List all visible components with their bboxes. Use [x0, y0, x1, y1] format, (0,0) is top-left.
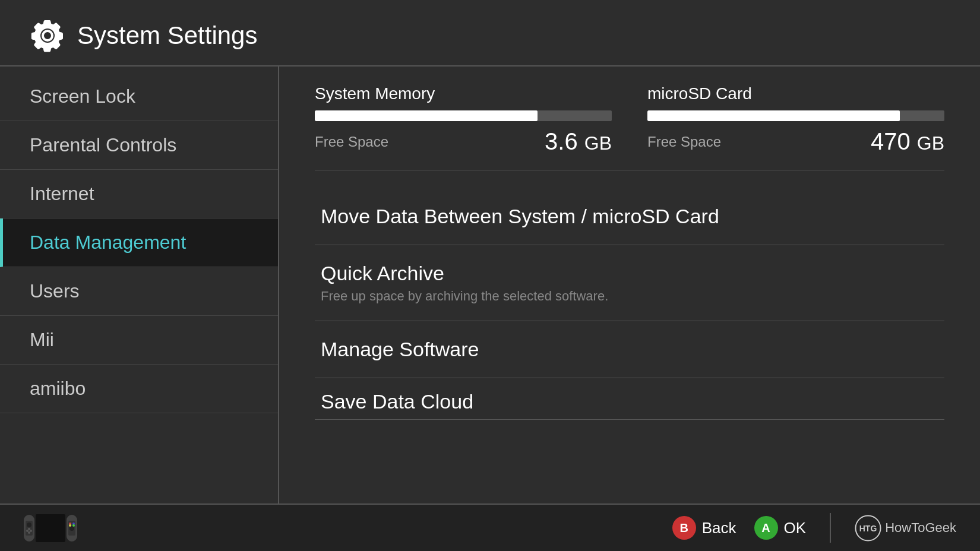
svg-rect-8: [36, 514, 65, 542]
system-memory-value: 3.6 GB: [545, 128, 612, 155]
microsd-bar-fill: [647, 110, 900, 121]
svg-point-3: [26, 530, 29, 532]
sidebar: Screen Lock Parental Controls Internet D…: [0, 66, 279, 505]
sidebar-item-users[interactable]: Users: [0, 267, 278, 316]
settings-gear-icon: [30, 18, 65, 53]
sidebar-item-label: Data Management: [30, 232, 186, 253]
microsd-value: 470 GB: [871, 128, 944, 155]
sidebar-item-label: Screen Lock: [30, 86, 135, 107]
move-data-title: Move Data Between System / microSD Card: [321, 205, 938, 228]
system-memory-bar: [315, 110, 612, 121]
sidebar-item-label: Parental Controls: [30, 134, 176, 156]
sidebar-item-label: Users: [30, 280, 80, 302]
sidebar-item-internet[interactable]: Internet: [0, 170, 278, 218]
content-area: System Memory Free Space 3.6 GB microSD …: [279, 66, 980, 505]
microsd-label: Free Space: [647, 134, 721, 150]
sidebar-item-amiibo[interactable]: amiibo: [0, 365, 278, 413]
back-button[interactable]: B Back: [672, 516, 736, 540]
menu-item-manage-software[interactable]: Manage Software: [315, 321, 944, 378]
system-memory-info: Free Space 3.6 GB: [315, 128, 612, 155]
footer: B Back A OK HTG HowToGeek: [0, 504, 980, 551]
sidebar-item-label: amiibo: [30, 378, 86, 399]
howtogeek-branding: HTG HowToGeek: [855, 515, 956, 542]
page-header: System Settings: [0, 0, 980, 66]
sidebar-item-parental-controls[interactable]: Parental Controls: [0, 121, 278, 170]
microsd-bar: [647, 110, 944, 121]
main-layout: Screen Lock Parental Controls Internet D…: [0, 66, 980, 505]
svg-point-5: [28, 528, 30, 530]
howtogeek-text: HowToGeek: [885, 520, 956, 536]
menu-item-move-data[interactable]: Move Data Between System / microSD Card: [315, 188, 944, 245]
microsd-info: Free Space 470 GB: [647, 128, 944, 155]
ok-label: OK: [784, 519, 807, 537]
svg-point-4: [30, 530, 32, 532]
quick-archive-title: Quick Archive: [321, 262, 938, 285]
switch-console-icon: [24, 512, 77, 544]
microsd-card: microSD Card Free Space 470 GB: [647, 84, 944, 155]
system-memory-bar-fill: [315, 110, 538, 121]
microsd-title: microSD Card: [647, 84, 944, 103]
svg-point-11: [69, 526, 74, 531]
svg-point-2: [27, 522, 31, 527]
back-label: Back: [702, 519, 736, 537]
footer-left: [24, 512, 77, 544]
system-memory-label: Free Space: [315, 134, 388, 150]
ok-button[interactable]: A OK: [754, 516, 807, 540]
sidebar-item-screen-lock[interactable]: Screen Lock: [0, 72, 278, 121]
a-button-icon: A: [754, 516, 778, 540]
manage-software-title: Manage Software: [321, 338, 938, 361]
svg-text:HTG: HTG: [859, 524, 877, 533]
save-data-cloud-title: Save Data Cloud: [321, 390, 938, 413]
system-memory-card: System Memory Free Space 3.6 GB: [315, 84, 612, 155]
footer-right: B Back A OK HTG HowToGeek: [672, 513, 956, 543]
memory-section: System Memory Free Space 3.6 GB microSD …: [315, 84, 944, 170]
howtogeek-icon: HTG: [855, 515, 881, 542]
svg-point-15: [72, 524, 75, 527]
sidebar-item-label: Internet: [30, 183, 94, 204]
sidebar-item-data-management[interactable]: Data Management: [0, 218, 278, 267]
b-button-icon: B: [672, 516, 696, 540]
sidebar-item-label: Mii: [30, 329, 54, 350]
sidebar-item-mii[interactable]: Mii: [0, 316, 278, 365]
svg-point-6: [28, 531, 30, 534]
svg-point-14: [69, 524, 71, 527]
menu-item-save-data-cloud[interactable]: Save Data Cloud: [315, 378, 944, 420]
page-title: System Settings: [77, 21, 257, 50]
quick-archive-subtitle: Free up space by archiving the selected …: [321, 289, 938, 304]
footer-divider: [830, 513, 831, 543]
menu-item-quick-archive[interactable]: Quick Archive Free up space by archiving…: [315, 245, 944, 321]
system-memory-title: System Memory: [315, 84, 612, 103]
